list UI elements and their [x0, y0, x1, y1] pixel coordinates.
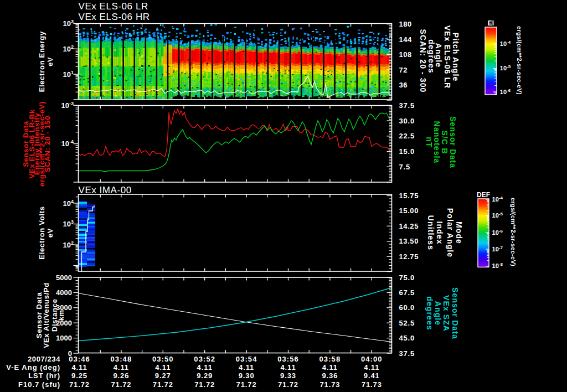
svg-text:degrees: degrees [425, 296, 434, 330]
svg-text:5000: 5000 [56, 274, 72, 282]
svg-text:15.00: 15.00 [399, 207, 419, 215]
svg-text:VEx ELS-06 HR: VEx ELS-06 HR [79, 12, 150, 22]
svg-text:VEx SZA: VEx SZA [442, 295, 451, 332]
svg-text:03:46: 03:46 [69, 355, 90, 363]
svg-text:Sensor Data: Sensor Data [451, 287, 460, 339]
svg-text:71.73: 71.73 [362, 380, 382, 389]
svg-text:67.5: 67.5 [399, 288, 415, 297]
svg-text:Mode: Mode [455, 221, 463, 244]
svg-text:4.11: 4.11 [280, 363, 296, 372]
svg-text:72: 72 [399, 66, 408, 74]
svg-text:144: 144 [399, 35, 412, 44]
svg-text:4.11: 4.11 [322, 363, 338, 372]
svg-text:Polar Angle: Polar Angle [446, 208, 455, 257]
svg-text:eV: eV [46, 228, 54, 238]
svg-text:36: 36 [399, 81, 408, 89]
svg-text:9.25: 9.25 [71, 372, 87, 380]
svg-text:Pitch Angle: Pitch Angle [451, 33, 460, 82]
svg-text:71.72: 71.72 [194, 380, 215, 389]
svg-text:4.11: 4.11 [364, 363, 379, 372]
svg-text:Electron Energy: Electron Energy [38, 31, 46, 92]
svg-text:71.72: 71.72 [111, 380, 131, 389]
svg-text:EI: EI [488, 19, 494, 27]
svg-text:03:52: 03:52 [194, 355, 215, 363]
svg-text:9.33: 9.33 [280, 372, 296, 380]
svg-text:Unitless: Unitless [426, 215, 435, 250]
svg-text:15.0: 15.0 [399, 147, 415, 156]
svg-text:180: 180 [399, 20, 412, 28]
svg-text:04:00: 04:00 [361, 355, 383, 363]
svg-text:ergs/(cm**2-sr-sec-eV): ergs/(cm**2-sr-sec-eV) [510, 198, 517, 266]
svg-text:km: km [57, 310, 65, 321]
svg-text:75.0: 75.0 [399, 274, 415, 282]
svg-text:12.75: 12.75 [399, 252, 419, 261]
svg-text:9.36: 9.36 [322, 372, 338, 380]
svg-text:nT: nT [425, 137, 434, 147]
svg-text:eV: eV [46, 57, 54, 66]
svg-text:Electron Volts: Electron Volts [38, 206, 46, 259]
svg-text:F10.7 (sfu): F10.7 (sfu) [18, 380, 60, 389]
svg-text:VEx Alt/Venus/Pd: VEx Alt/Venus/Pd [43, 282, 51, 348]
svg-text:Index: Index [435, 221, 444, 244]
svg-text:37.5: 37.5 [399, 349, 415, 358]
svg-text:108: 108 [399, 50, 412, 59]
svg-text:52.5: 52.5 [399, 319, 415, 327]
svg-text:1000: 1000 [56, 334, 72, 342]
svg-text:03:58: 03:58 [319, 355, 341, 363]
svg-text:03:54: 03:54 [236, 355, 257, 363]
svg-text:4.11: 4.11 [114, 363, 129, 372]
svg-text:4000: 4000 [56, 288, 72, 297]
svg-text:VEx ELS-06 LR: VEx ELS-06 LR [79, 1, 148, 12]
svg-text:9.41: 9.41 [364, 372, 380, 380]
svg-text:71.72: 71.72 [69, 380, 90, 389]
svg-text:SCAN: 20 - 150: SCAN: 20 - 150 [43, 116, 51, 172]
svg-text:SCAN: 20 - 300: SCAN: 20 - 300 [419, 29, 427, 93]
svg-text:13.50: 13.50 [399, 237, 419, 245]
svg-text:4.11: 4.11 [239, 363, 254, 372]
svg-text:VEx IMA-00: VEx IMA-00 [79, 185, 132, 195]
svg-text:71.72: 71.72 [236, 380, 257, 389]
svg-text:ergs/(cm**2-sr-sec-eV): ergs/(cm**2-sr-sec-eV) [516, 26, 523, 95]
svg-text:4.11: 4.11 [197, 363, 213, 372]
svg-text:9.26: 9.26 [113, 372, 129, 380]
svg-text:71.73: 71.73 [319, 380, 340, 389]
svg-text:30.0: 30.0 [399, 117, 415, 125]
svg-text:45.0: 45.0 [399, 334, 415, 342]
svg-text:Angle: Angle [434, 301, 442, 326]
svg-text:Sensor Data: Sensor Data [449, 116, 457, 168]
svg-text:15.75: 15.75 [399, 192, 419, 200]
svg-text:14.25: 14.25 [399, 222, 419, 230]
svg-text:VEx ELS-06 LR: VEx ELS-06 LR [443, 25, 452, 89]
svg-text:03:48: 03:48 [111, 355, 132, 363]
svg-text:LST (hr): LST (hr) [28, 372, 60, 380]
svg-text:22.5: 22.5 [399, 132, 415, 140]
svg-text:71.72: 71.72 [153, 380, 173, 389]
svg-text:4.11: 4.11 [155, 363, 171, 372]
svg-text:71.72: 71.72 [278, 380, 298, 389]
svg-text:V-E Ang (deg): V-E Ang (deg) [6, 363, 60, 372]
svg-text:60.0: 60.0 [399, 303, 415, 312]
svg-text:9.27: 9.27 [155, 372, 171, 380]
svg-text:03:56: 03:56 [277, 355, 299, 363]
svg-text:03:50: 03:50 [152, 355, 174, 363]
svg-text:37.5: 37.5 [399, 101, 415, 110]
svg-text:2007/234: 2007/234 [28, 355, 60, 363]
svg-text:9.30: 9.30 [239, 372, 255, 380]
svg-text:7.5: 7.5 [399, 163, 410, 171]
svg-text:9.29: 9.29 [197, 372, 213, 380]
svg-text:degrees: degrees [427, 39, 436, 73]
svg-text:4.11: 4.11 [71, 363, 87, 372]
svg-text:DEF: DEF [477, 191, 490, 199]
